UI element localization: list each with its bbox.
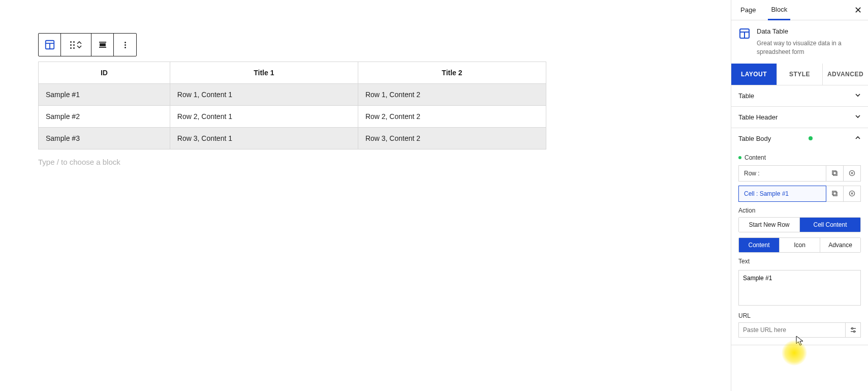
action-toggle: Start New Row Cell Content: [738, 217, 861, 232]
table-header-cell[interactable]: Title 1: [170, 62, 358, 84]
cell-item: Cell : Sample #1: [738, 186, 861, 202]
copy-icon: [831, 190, 838, 197]
chevron-up-icon: [855, 135, 861, 142]
table-header-cell[interactable]: ID: [39, 62, 170, 84]
svg-point-20: [851, 327, 853, 329]
table-header-cell[interactable]: Title 2: [358, 62, 546, 84]
align-icon: [98, 40, 107, 49]
inspector-tab-layout[interactable]: LAYOUT: [731, 64, 777, 85]
more-icon: [125, 42, 126, 48]
panel-table-body-head[interactable]: Table Body: [731, 128, 868, 149]
action-start-new-row[interactable]: Start New Row: [739, 218, 800, 232]
delete-icon: [849, 190, 855, 197]
move-up-down-icon: [77, 41, 82, 48]
inspector-tab-style[interactable]: STYLE: [777, 64, 822, 85]
table-cell[interactable]: Row 2, Content 2: [358, 106, 546, 128]
block-toolbar: [38, 33, 137, 56]
block-title: Data Table: [757, 27, 861, 35]
url-settings-button[interactable]: [846, 322, 861, 338]
text-label: Text: [738, 258, 861, 265]
close-sidebar-button[interactable]: ✕: [854, 5, 862, 16]
panel-title: Table: [738, 92, 754, 100]
block-type-button[interactable]: [39, 34, 61, 56]
block-drag-handle[interactable]: [61, 34, 91, 56]
duplicate-row-button[interactable]: [826, 165, 844, 182]
table-cell[interactable]: Row 3, Content 2: [358, 128, 546, 149]
tab-page[interactable]: Page: [737, 0, 759, 20]
cell-item-label[interactable]: Cell : Sample #1: [738, 186, 826, 202]
table-cell[interactable]: Sample #1: [39, 84, 170, 106]
content-label: Content: [738, 154, 861, 161]
panel-table-header-head[interactable]: Table Header: [731, 107, 868, 128]
panel-table-head[interactable]: Table: [731, 85, 868, 106]
sidebar-tabs: Page Block ✕: [731, 0, 868, 20]
chevron-down-icon: [855, 113, 861, 121]
copy-icon: [831, 170, 838, 176]
settings-icon: [850, 326, 857, 334]
panel-table-body: Table Body Content Row :: [731, 128, 868, 345]
cell-text-input[interactable]: [738, 270, 861, 306]
align-button[interactable]: [91, 34, 114, 56]
block-info: Data Table Great way to visualize data i…: [731, 20, 868, 61]
inspector-tab-advanced[interactable]: ADVANCED: [822, 64, 868, 85]
modified-indicator-icon: [809, 136, 813, 140]
tab-block[interactable]: Block: [768, 0, 790, 20]
table-cell[interactable]: Row 1, Content 1: [170, 84, 358, 106]
url-input[interactable]: [738, 322, 846, 338]
svg-rect-14: [833, 192, 837, 196]
section-tab-advance[interactable]: Advance: [820, 238, 860, 252]
inspector-tabs: LAYOUT STYLE ADVANCED: [731, 64, 868, 85]
action-cell-content[interactable]: Cell Content: [800, 218, 860, 232]
table-row: Sample #3 Row 3, Content 1 Row 3, Conten…: [39, 128, 546, 149]
drag-dots-icon: [70, 41, 75, 49]
section-tab-content[interactable]: Content: [739, 238, 780, 252]
svg-rect-15: [832, 191, 836, 195]
table-header-row: ID Title 1 Title 2: [39, 62, 546, 84]
table-cell[interactable]: Sample #3: [39, 128, 170, 149]
data-table[interactable]: ID Title 1 Title 2 Sample #1 Row 1, Cont…: [38, 62, 546, 149]
block-appender[interactable]: Type / to choose a block: [38, 158, 693, 166]
row-item: Row :: [738, 165, 861, 182]
close-icon: ✕: [854, 5, 862, 15]
action-label: Action: [738, 207, 861, 214]
settings-sidebar: Page Block ✕ Data Table Great way to vis…: [731, 0, 868, 391]
svg-rect-5: [100, 44, 105, 46]
section-tabs: Content Icon Advance: [738, 237, 861, 253]
delete-cell-button[interactable]: [844, 186, 861, 202]
svg-rect-9: [833, 172, 837, 175]
table-cell[interactable]: Row 3, Content 1: [170, 128, 358, 149]
delete-row-button[interactable]: [844, 165, 861, 182]
delete-icon: [849, 170, 855, 176]
block-description: Great way to visualize data in a spreads…: [757, 39, 861, 56]
panel-table-body-content: Content Row : Cell : Sample #1: [731, 149, 868, 345]
url-row: [738, 322, 861, 338]
panel-table: Table: [731, 85, 868, 107]
panel-title: Table Body: [738, 135, 771, 142]
table-cell[interactable]: Sample #2: [39, 106, 170, 128]
svg-point-22: [853, 330, 855, 332]
panel-title: Table Header: [738, 113, 778, 121]
table-row: Sample #2 Row 2, Content 1 Row 2, Conten…: [39, 106, 546, 128]
data-table-icon: [738, 27, 751, 40]
url-label: URL: [738, 312, 861, 319]
chevron-down-icon: [855, 92, 861, 100]
editor-canvas: ID Title 1 Title 2 Sample #1 Row 1, Cont…: [0, 0, 731, 391]
more-options-button[interactable]: [114, 34, 136, 56]
table-icon: [44, 39, 55, 50]
svg-rect-10: [832, 171, 836, 174]
table-cell[interactable]: Row 2, Content 1: [170, 106, 358, 128]
table-cell[interactable]: Row 1, Content 2: [358, 84, 546, 106]
duplicate-cell-button[interactable]: [826, 186, 844, 202]
row-item-label[interactable]: Row :: [738, 165, 826, 182]
table-row: Sample #1 Row 1, Content 1 Row 1, Conten…: [39, 84, 546, 106]
section-tab-icon[interactable]: Icon: [780, 238, 820, 252]
panel-table-header: Table Header: [731, 107, 868, 128]
